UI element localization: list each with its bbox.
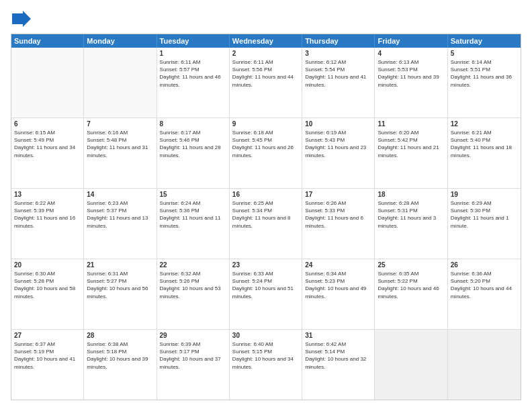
- calendar-header-cell: Tuesday: [157, 34, 230, 48]
- day-number: 1: [160, 50, 226, 57]
- day-number: 27: [14, 332, 81, 339]
- day-number: 3: [305, 50, 371, 57]
- day-number: 14: [87, 191, 153, 198]
- logo-arrow-icon: [12, 11, 31, 27]
- cell-sun-info: Sunrise: 6:11 AM Sunset: 5:56 PM Dayligh…: [232, 58, 299, 89]
- calendar-cell: 11Sunrise: 6:20 AM Sunset: 5:42 PM Dayli…: [375, 118, 447, 188]
- calendar-cell: 4Sunrise: 6:13 AM Sunset: 5:53 PM Daylig…: [375, 48, 447, 118]
- svg-marker-0: [12, 11, 31, 27]
- day-number: 8: [160, 120, 226, 128]
- cell-sun-info: Sunrise: 6:26 AM Sunset: 5:33 PM Dayligh…: [305, 199, 371, 230]
- day-number: 25: [378, 261, 444, 269]
- day-number: 28: [87, 332, 153, 339]
- day-number: 21: [87, 261, 153, 269]
- cell-sun-info: Sunrise: 6:21 AM Sunset: 5:40 PM Dayligh…: [451, 129, 518, 159]
- calendar-row: 20Sunrise: 6:30 AM Sunset: 5:28 PM Dayli…: [11, 259, 521, 329]
- day-number: 5: [451, 50, 518, 57]
- day-number: 10: [305, 120, 371, 128]
- cell-sun-info: Sunrise: 6:39 AM Sunset: 5:17 PM Dayligh…: [160, 340, 226, 371]
- cell-sun-info: Sunrise: 6:16 AM Sunset: 5:48 PM Dayligh…: [87, 129, 153, 159]
- calendar-cell: [448, 330, 521, 400]
- day-number: 24: [305, 261, 371, 269]
- cell-sun-info: Sunrise: 6:17 AM Sunset: 5:46 PM Dayligh…: [160, 129, 226, 159]
- calendar-body: 1Sunrise: 6:11 AM Sunset: 5:57 PM Daylig…: [11, 48, 521, 400]
- day-number: 9: [232, 120, 299, 128]
- day-number: 23: [232, 261, 299, 269]
- logo: [11, 11, 31, 27]
- calendar-cell: 7Sunrise: 6:16 AM Sunset: 5:48 PM Daylig…: [84, 118, 157, 188]
- calendar-cell: 2Sunrise: 6:11 AM Sunset: 5:56 PM Daylig…: [230, 48, 302, 118]
- day-number: 29: [160, 332, 226, 339]
- cell-sun-info: Sunrise: 6:23 AM Sunset: 5:37 PM Dayligh…: [87, 199, 153, 230]
- calendar-cell: 22Sunrise: 6:32 AM Sunset: 5:26 PM Dayli…: [157, 259, 230, 329]
- calendar-cell: 14Sunrise: 6:23 AM Sunset: 5:37 PM Dayli…: [84, 189, 157, 259]
- cell-sun-info: Sunrise: 6:34 AM Sunset: 5:23 PM Dayligh…: [305, 270, 371, 300]
- day-number: 22: [160, 261, 226, 269]
- day-number: 31: [305, 332, 371, 339]
- calendar-cell: 20Sunrise: 6:30 AM Sunset: 5:28 PM Dayli…: [11, 259, 84, 329]
- cell-sun-info: Sunrise: 6:38 AM Sunset: 5:18 PM Dayligh…: [87, 340, 153, 371]
- calendar-header: SundayMondayTuesdayWednesdayThursdayFrid…: [11, 34, 521, 48]
- calendar-cell: 13Sunrise: 6:22 AM Sunset: 5:39 PM Dayli…: [11, 189, 84, 259]
- calendar: SundayMondayTuesdayWednesdayThursdayFrid…: [11, 34, 521, 400]
- cell-sun-info: Sunrise: 6:13 AM Sunset: 5:53 PM Dayligh…: [378, 58, 444, 89]
- calendar-cell: 18Sunrise: 6:28 AM Sunset: 5:31 PM Dayli…: [375, 189, 447, 259]
- cell-sun-info: Sunrise: 6:18 AM Sunset: 5:45 PM Dayligh…: [232, 129, 299, 159]
- calendar-cell: 5Sunrise: 6:14 AM Sunset: 5:51 PM Daylig…: [448, 48, 521, 118]
- calendar-cell: 15Sunrise: 6:24 AM Sunset: 5:36 PM Dayli…: [157, 189, 230, 259]
- calendar-cell: 1Sunrise: 6:11 AM Sunset: 5:57 PM Daylig…: [157, 48, 230, 118]
- cell-sun-info: Sunrise: 6:15 AM Sunset: 5:49 PM Dayligh…: [14, 129, 81, 159]
- calendar-header-cell: Sunday: [11, 34, 84, 48]
- calendar-header-cell: Monday: [84, 34, 157, 48]
- calendar-cell: 17Sunrise: 6:26 AM Sunset: 5:33 PM Dayli…: [302, 189, 375, 259]
- cell-sun-info: Sunrise: 6:24 AM Sunset: 5:36 PM Dayligh…: [160, 199, 226, 230]
- cell-sun-info: Sunrise: 6:36 AM Sunset: 5:20 PM Dayligh…: [451, 270, 518, 300]
- calendar-header-cell: Saturday: [448, 34, 521, 48]
- calendar-cell: 3Sunrise: 6:12 AM Sunset: 5:54 PM Daylig…: [302, 48, 375, 118]
- cell-sun-info: Sunrise: 6:32 AM Sunset: 5:26 PM Dayligh…: [160, 270, 226, 300]
- cell-sun-info: Sunrise: 6:14 AM Sunset: 5:51 PM Dayligh…: [451, 58, 518, 89]
- cell-sun-info: Sunrise: 6:22 AM Sunset: 5:39 PM Dayligh…: [14, 199, 81, 230]
- day-number: 2: [232, 50, 299, 57]
- day-number: 19: [451, 191, 518, 198]
- calendar-row: 1Sunrise: 6:11 AM Sunset: 5:57 PM Daylig…: [11, 48, 521, 118]
- cell-sun-info: Sunrise: 6:28 AM Sunset: 5:31 PM Dayligh…: [378, 199, 444, 230]
- cell-sun-info: Sunrise: 6:19 AM Sunset: 5:43 PM Dayligh…: [305, 129, 371, 159]
- day-number: 17: [305, 191, 371, 198]
- calendar-header-cell: Friday: [375, 34, 447, 48]
- calendar-cell: [375, 330, 447, 400]
- calendar-row: 6Sunrise: 6:15 AM Sunset: 5:49 PM Daylig…: [11, 118, 521, 188]
- calendar-cell: 28Sunrise: 6:38 AM Sunset: 5:18 PM Dayli…: [84, 330, 157, 400]
- cell-sun-info: Sunrise: 6:30 AM Sunset: 5:28 PM Dayligh…: [14, 270, 81, 300]
- day-number: 13: [14, 191, 81, 198]
- day-number: 6: [14, 120, 81, 128]
- calendar-header-cell: Wednesday: [230, 34, 302, 48]
- calendar-cell: 31Sunrise: 6:42 AM Sunset: 5:14 PM Dayli…: [302, 330, 375, 400]
- calendar-cell: 26Sunrise: 6:36 AM Sunset: 5:20 PM Dayli…: [448, 259, 521, 329]
- cell-sun-info: Sunrise: 6:40 AM Sunset: 5:15 PM Dayligh…: [232, 340, 299, 371]
- cell-sun-info: Sunrise: 6:42 AM Sunset: 5:14 PM Dayligh…: [305, 340, 371, 371]
- day-number: 7: [87, 120, 153, 128]
- day-number: 16: [232, 191, 299, 198]
- cell-sun-info: Sunrise: 6:12 AM Sunset: 5:54 PM Dayligh…: [305, 58, 371, 89]
- cell-sun-info: Sunrise: 6:20 AM Sunset: 5:42 PM Dayligh…: [378, 129, 444, 159]
- cell-sun-info: Sunrise: 6:31 AM Sunset: 5:27 PM Dayligh…: [87, 270, 153, 300]
- calendar-header-cell: Thursday: [302, 34, 375, 48]
- day-number: 20: [14, 261, 81, 269]
- calendar-cell: 23Sunrise: 6:33 AM Sunset: 5:24 PM Dayli…: [230, 259, 302, 329]
- calendar-cell: 29Sunrise: 6:39 AM Sunset: 5:17 PM Dayli…: [157, 330, 230, 400]
- calendar-cell: [11, 48, 84, 118]
- page: SundayMondayTuesdayWednesdayThursdayFrid…: [0, 0, 532, 411]
- calendar-cell: 10Sunrise: 6:19 AM Sunset: 5:43 PM Dayli…: [302, 118, 375, 188]
- header: [11, 11, 521, 27]
- calendar-cell: 24Sunrise: 6:34 AM Sunset: 5:23 PM Dayli…: [302, 259, 375, 329]
- day-number: 30: [232, 332, 299, 339]
- day-number: 11: [378, 120, 444, 128]
- calendar-cell: 19Sunrise: 6:29 AM Sunset: 5:30 PM Dayli…: [448, 189, 521, 259]
- calendar-cell: 21Sunrise: 6:31 AM Sunset: 5:27 PM Dayli…: [84, 259, 157, 329]
- calendar-cell: 9Sunrise: 6:18 AM Sunset: 5:45 PM Daylig…: [230, 118, 302, 188]
- cell-sun-info: Sunrise: 6:11 AM Sunset: 5:57 PM Dayligh…: [160, 58, 226, 89]
- calendar-cell: 16Sunrise: 6:25 AM Sunset: 5:34 PM Dayli…: [230, 189, 302, 259]
- day-number: 12: [451, 120, 518, 128]
- day-number: 15: [160, 191, 226, 198]
